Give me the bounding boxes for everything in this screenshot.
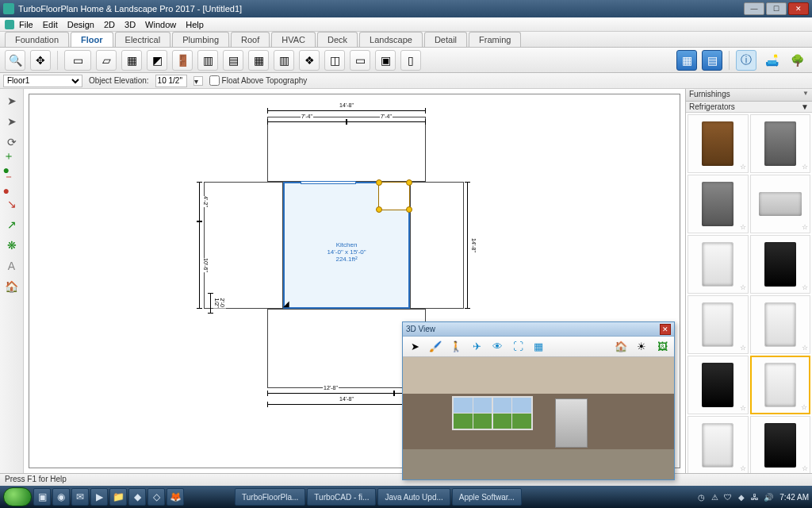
quicklaunch-app2-icon[interactable]: ◇ — [147, 488, 165, 506]
text-tool-icon[interactable]: A — [3, 257, 21, 275]
3d-house-icon[interactable]: 🏠 — [612, 339, 630, 355]
fence-tool-icon[interactable]: ▥ — [274, 50, 294, 71]
accessory-furniture-icon[interactable]: 🛋️ — [761, 50, 782, 71]
3d-render-icon[interactable]: 🖼 — [653, 339, 671, 355]
elevation-dropdown-icon[interactable]: ▾ — [193, 76, 203, 86]
catalog-item[interactable]: ☆ — [688, 356, 749, 414]
menu-help[interactable]: Help — [186, 20, 204, 29]
quicklaunch-folder-icon[interactable]: 📁 — [109, 488, 127, 506]
favorite-star-icon[interactable]: ☆ — [740, 464, 746, 472]
catalog-heading[interactable]: Furnishings▼ — [686, 89, 812, 102]
door-swing-symbol[interactable]: ◢ — [283, 299, 293, 309]
quicklaunch-mail-icon[interactable]: ✉ — [71, 488, 89, 506]
catalog-item[interactable]: ☆ — [750, 175, 811, 233]
select-similar-tool-icon[interactable]: ➤ — [3, 113, 21, 130]
taskbar-clock[interactable]: 7:42 AM — [779, 493, 809, 502]
3d-lights-icon[interactable]: ⛶ — [509, 339, 527, 355]
catalog-item[interactable]: ☆ — [688, 416, 749, 473]
favorite-star-icon[interactable]: ☆ — [802, 464, 808, 472]
page-tool-icon[interactable]: ▱ — [96, 50, 117, 71]
shape-tool-icon[interactable]: ◩ — [147, 50, 167, 71]
tab-roof[interactable]: Roof — [231, 32, 270, 47]
3d-walk-icon[interactable]: 🚶 — [447, 339, 465, 355]
stairs-tool-icon[interactable]: ▤ — [223, 50, 243, 71]
float-above-checkbox-wrap[interactable]: Float Above Topography — [209, 75, 308, 86]
catalog-item[interactable]: ☆ — [688, 114, 749, 173]
view-layout-button[interactable]: ▤ — [702, 50, 722, 71]
catalog-category[interactable]: Refrigerators▼ — [686, 102, 812, 113]
tab-plumbing[interactable]: Plumbing — [172, 32, 229, 47]
favorite-star-icon[interactable]: ☆ — [740, 223, 746, 231]
close-button[interactable]: ✕ — [788, 2, 809, 15]
3d-look-icon[interactable]: 👁 — [488, 339, 506, 355]
catalog-item-selected[interactable]: ☆ — [750, 356, 811, 414]
catalog-item[interactable]: ☆ — [750, 416, 811, 473]
quicklaunch-firefox-icon[interactable]: 🦊 — [167, 488, 184, 506]
add-node-tool-icon[interactable]: ＋● — [3, 154, 21, 171]
cube-tool-icon[interactable]: ▦ — [121, 50, 142, 71]
menu-design[interactable]: Design — [67, 20, 94, 29]
tray-icon[interactable]: ◆ — [736, 491, 747, 502]
door-tool-icon[interactable]: 🚪 — [172, 50, 193, 71]
favorite-star-icon[interactable]: ☆ — [802, 344, 808, 352]
furniture-tool-icon[interactable]: ▣ — [375, 50, 396, 71]
menu-file[interactable]: File — [19, 20, 33, 29]
catalog-item[interactable]: ☆ — [688, 175, 749, 233]
placed-refrigerator[interactable] — [378, 182, 410, 210]
catalog-item[interactable]: ☆ — [750, 114, 811, 173]
3d-view-window[interactable]: 3D View ✕ ➤ 🖌️ 🚶 ✈ 👁 ⛶ ▦ 🏠 ☀ 🖼 — [402, 321, 675, 480]
mirror-tool-icon[interactable]: ↘ — [3, 195, 21, 213]
catalog-item[interactable]: ☆ — [750, 295, 811, 354]
menu-edit[interactable]: Edit — [43, 20, 58, 29]
floor-selector[interactable]: Floor1 — [3, 75, 82, 87]
view-plan-button[interactable]: ▦ — [676, 50, 697, 71]
column-tool-icon[interactable]: ▯ — [400, 50, 421, 71]
favorite-star-icon[interactable]: ☆ — [740, 404, 746, 412]
favorite-star-icon[interactable]: ☆ — [740, 344, 746, 352]
tray-icon[interactable]: 🛡 — [722, 491, 733, 502]
favorite-star-icon[interactable]: ☆ — [802, 223, 808, 231]
favorite-star-icon[interactable]: ☆ — [740, 283, 746, 291]
favorite-star-icon[interactable]: ☆ — [802, 283, 808, 291]
hedge-tool-icon[interactable]: ❋ — [3, 237, 21, 254]
maximize-button[interactable]: ☐ — [766, 2, 787, 15]
tab-hvac[interactable]: HVAC — [271, 32, 316, 47]
remove-node-tool-icon[interactable]: －● — [3, 175, 21, 192]
menu-3d[interactable]: 3D — [124, 20, 136, 29]
house-wizard-icon[interactable]: 🏠 — [3, 278, 21, 295]
info-button[interactable]: ⓘ — [736, 50, 756, 71]
3d-fly-icon[interactable]: ✈ — [468, 339, 485, 355]
catalog-item[interactable]: ☆ — [688, 295, 749, 354]
tray-volume-icon[interactable]: 🔊 — [763, 491, 774, 502]
3d-view-close-button[interactable]: ✕ — [660, 324, 671, 335]
catalog-item[interactable]: ☆ — [688, 235, 749, 294]
quicklaunch-browser-icon[interactable]: ◉ — [52, 488, 70, 506]
pan-tool-icon[interactable]: ✥ — [30, 50, 51, 71]
landscape-tool-icon[interactable]: ❖ — [299, 50, 320, 71]
elevation-input[interactable] — [155, 75, 187, 87]
opening-tool-icon[interactable]: ◫ — [324, 50, 345, 71]
3d-pan-icon[interactable]: 🖌️ — [427, 339, 444, 355]
3d-view-titlebar[interactable]: 3D View ✕ — [403, 322, 674, 337]
rotate-tool-icon[interactable]: ⟳ — [3, 133, 21, 151]
taskbar-app-java[interactable]: Java Auto Upd... — [377, 488, 450, 506]
catalog-item[interactable]: ☆ — [750, 235, 811, 294]
tray-icon[interactable]: ◷ — [695, 491, 707, 502]
select-tool-icon[interactable]: ➤ — [3, 92, 21, 110]
tab-electrical[interactable]: Electrical — [115, 32, 171, 47]
tray-network-icon[interactable]: 🖧 — [749, 491, 760, 502]
favorite-star-icon[interactable]: ☆ — [740, 163, 746, 171]
accessory-plant-icon[interactable]: 🌳 — [787, 50, 807, 71]
cabinet-tool-icon[interactable]: ▭ — [350, 50, 370, 71]
3d-render-viewport[interactable] — [403, 357, 674, 479]
taskbar-app-apple[interactable]: Apple Softwar... — [452, 488, 522, 506]
room-kitchen[interactable]: Kitchen 14'-0" x 15'-0" 224.1ft² ◢ — [283, 182, 410, 309]
wall-tool-icon[interactable]: ▭ — [64, 50, 91, 71]
favorite-star-icon[interactable]: ☆ — [801, 403, 807, 411]
favorite-star-icon[interactable]: ☆ — [802, 163, 808, 171]
menu-2d[interactable]: 2D — [104, 20, 115, 29]
3d-orbit-icon[interactable]: ➤ — [406, 339, 423, 355]
3d-sun-icon[interactable]: ☀ — [633, 339, 650, 355]
mirror-copy-tool-icon[interactable]: ↗ — [3, 216, 21, 233]
taskbar-app-turbofloorplan[interactable]: TurboFloorPla... — [235, 488, 305, 506]
